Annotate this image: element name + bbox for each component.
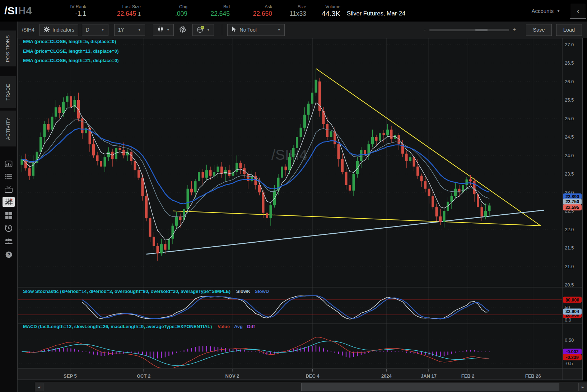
svg-text:22.595: 22.595 [565, 205, 579, 210]
symbol-suffix: H4 [18, 5, 32, 17]
legend-slowk: SlowK [236, 289, 251, 294]
svg-text:NOV 2: NOV 2 [225, 373, 239, 379]
stat-ask: Ask22.650 [230, 1, 272, 21]
svg-text:FEB 26: FEB 26 [525, 373, 541, 379]
quote-stats: IV Rank-1.1Last Size22.6451Chg.009Bid22.… [47, 1, 340, 21]
sidebar-grid-icon[interactable] [0, 210, 17, 221]
svg-text:21.0: 21.0 [565, 264, 574, 269]
accounts-dropdown[interactable]: Accounts ▼ [531, 8, 560, 14]
svg-text:JAN 17: JAN 17 [421, 373, 437, 379]
trading-platform: /SIH4 IV Rank-1.1Last Size22.6451Chg.009… [0, 0, 587, 392]
drawing-tool-dropdown[interactable]: No Tool ▼ [227, 24, 285, 36]
sidebar-tv-icon[interactable] [0, 183, 17, 195]
scrollbar-thumb[interactable] [301, 383, 559, 391]
stat-last-size: Last Size22.6451 [86, 1, 141, 21]
svg-text:FEB 2: FEB 2 [461, 373, 475, 379]
quote-header: /SIH4 IV Rank-1.1Last Size22.6451Chg.009… [0, 0, 587, 22]
stat-chg: Chg.009 [141, 1, 187, 21]
svg-text:2024: 2024 [381, 373, 392, 379]
svg-text:23.5: 23.5 [565, 171, 574, 177]
zoom-in-button[interactable]: + [509, 27, 520, 33]
compare-dropdown[interactable]: ▼ [192, 24, 214, 36]
chart-settings-button[interactable] [177, 25, 188, 34]
stat-iv-rank: IV Rank-1.1 [47, 1, 86, 21]
svg-text:OCT 2: OCT 2 [137, 373, 150, 379]
collapse-arrow-icon: ‹ [577, 7, 579, 15]
cursor-icon [231, 26, 237, 33]
svg-text:?: ? [7, 252, 10, 257]
symbol-root: /SI [4, 5, 18, 17]
stat-volume: Volume44.3K [306, 1, 340, 21]
svg-text:24.5: 24.5 [565, 134, 574, 140]
interval-dropdown[interactable]: D▼ [82, 24, 108, 36]
svg-text:0.0: 0.0 [565, 317, 571, 323]
left-sidebar: POSITIONSTRADEACTIVITY? [0, 22, 17, 392]
sidebar-history-icon[interactable] [0, 223, 17, 234]
zoom-out-button[interactable]: - [420, 27, 429, 33]
time-scrollbar[interactable]: ◄ ► [35, 381, 587, 392]
legend-slowd: SlowD [255, 289, 269, 294]
scroll-left-button[interactable]: ◄ [35, 383, 43, 391]
collapse-panel-button[interactable]: ‹ [570, 3, 586, 19]
sidebar-tab-trade[interactable]: TRADE [0, 76, 16, 108]
chevron-down-icon: ▼ [138, 28, 141, 32]
candlestick-chart-icon [157, 26, 164, 33]
load-button[interactable]: Load [556, 24, 582, 36]
chevron-down-icon: ▼ [207, 28, 210, 32]
symbol: /SIH4 [0, 5, 47, 17]
chart-widget: /SIH4 Indicators D▼ 1Y▼ ▼ ▼ [17, 22, 587, 392]
legend-avg: Avg [234, 324, 243, 329]
sidebar-help-icon[interactable]: ? [0, 249, 17, 260]
chevron-down-icon: ▼ [278, 28, 281, 32]
chevron-down-icon: ▼ [167, 28, 170, 32]
scroll-right-button[interactable]: ► [578, 383, 587, 391]
chart-toolbar: /SIH4 Indicators D▼ 1Y▼ ▼ ▼ [18, 22, 587, 38]
gear-icon [179, 25, 187, 34]
zoom-slider-thumb[interactable] [475, 29, 488, 31]
svg-text:27.0: 27.0 [565, 42, 574, 47]
indicators-label: Indicators [52, 27, 74, 33]
svg-text:25.5: 25.5 [565, 97, 574, 103]
chevron-down-icon: ▼ [101, 28, 104, 32]
svg-text:DEC 4: DEC 4 [306, 373, 320, 379]
svg-text:-0.002: -0.002 [566, 349, 578, 354]
svg-text:22.0: 22.0 [565, 227, 574, 232]
svg-text:0.50: 0.50 [565, 337, 574, 343]
range-dropdown[interactable]: 1Y▼ [114, 24, 145, 36]
ema13-label: EMA (price=CLOSE, length=13, displace=0) [23, 48, 118, 54]
contract-description: Silver Futures, Mar-24 [347, 5, 405, 17]
indicators-button[interactable]: Indicators [39, 24, 78, 36]
svg-text:21.5: 21.5 [565, 245, 574, 251]
chevron-down-icon: ▼ [556, 9, 560, 13]
svg-text:25.0: 25.0 [565, 116, 574, 121]
toolbar-symbol: /SIH4 [22, 27, 34, 33]
svg-text:-0.239: -0.239 [566, 355, 578, 360]
svg-text:32.904: 32.904 [565, 309, 579, 314]
sidebar-share-icon[interactable] [0, 235, 17, 247]
sidebar-chart-icon[interactable] [0, 196, 17, 207]
legend-value: Value [218, 324, 230, 329]
ema5-label: EMA (price=CLOSE, length=5, displace=0) [23, 39, 116, 44]
svg-text:20.5: 20.5 [565, 282, 574, 288]
sidebar-tab-activity[interactable]: ACTIVITY [0, 111, 16, 146]
svg-text:-0.5: -0.5 [565, 361, 573, 366]
sidebar-report-icon[interactable] [0, 158, 17, 169]
save-button[interactable]: Save [526, 24, 552, 36]
accounts-label: Accounts [531, 8, 554, 14]
chart-canvas[interactable]: SEP 5OCT 2NOV 2DEC 42024JAN 17FEB 2FEB 2… [18, 38, 587, 381]
svg-text:22.750: 22.750 [565, 199, 579, 204]
svg-text:80.000: 80.000 [565, 298, 579, 303]
svg-text:26.5: 26.5 [565, 60, 574, 66]
sidebar-watchlist-icon[interactable] [0, 171, 17, 182]
legend-diff: Diff [247, 324, 255, 329]
chart-type-dropdown[interactable]: ▼ [153, 24, 174, 36]
svg-text:24.0: 24.0 [565, 153, 574, 158]
svg-text:26.0: 26.0 [565, 79, 574, 84]
toolbar-divider [222, 24, 222, 35]
zoom-slider[interactable] [429, 29, 509, 31]
svg-text:22.890: 22.890 [565, 194, 579, 199]
stochastic-label: Slow Stochastic (kPeriod=14, dPeriod=3, … [23, 289, 230, 294]
sidebar-tab-positions[interactable]: POSITIONS [0, 31, 16, 66]
indicators-icon [43, 26, 50, 34]
svg-text:SEP 5: SEP 5 [64, 373, 77, 379]
